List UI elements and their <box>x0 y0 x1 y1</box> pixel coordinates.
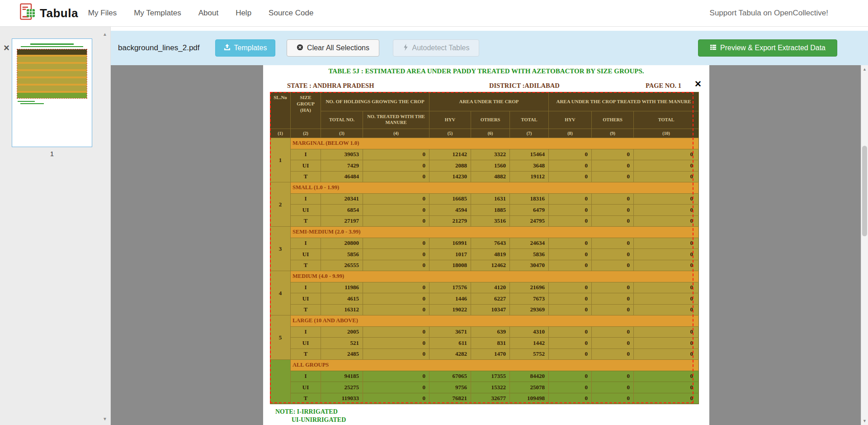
document-filename: background_lines_2.pdf <box>118 43 200 53</box>
nav-help[interactable]: Help <box>236 9 251 18</box>
clear-all-selections-button[interactable]: Clear All Selections <box>287 39 379 57</box>
thumbnail-stripe <box>17 93 87 98</box>
scroll-down-icon[interactable]: ▼ <box>861 419 868 423</box>
selection-box[interactable] <box>270 92 693 403</box>
nav-links: My Files My Templates About Help Source … <box>88 9 313 18</box>
state-label: STATE : ANDHRA PRADESH <box>287 82 374 90</box>
district-label: DISTRICT :ADILABAD <box>489 82 560 90</box>
thumbnail-table <box>17 49 87 99</box>
thumbnail-stripe <box>21 46 83 47</box>
thumbnail-stripe <box>17 86 87 91</box>
note-line-1: NOTE: I-IRRIGATED <box>275 408 338 415</box>
autodetect-button-label: Autodetect Tables <box>412 44 470 52</box>
preview-export-button[interactable]: Preview & Export Extracted Data <box>698 39 837 57</box>
document-meta-row: STATE : ANDHRA PRADESH DISTRICT :ADILABA… <box>263 82 709 91</box>
selection-close-icon[interactable]: ✕ <box>694 80 702 88</box>
pdf-view-area: TABLE 5J : ESTIMATED AREA UNDER PADDY TR… <box>111 65 868 425</box>
remove-page-icon[interactable]: × <box>4 43 9 53</box>
brand-name: Tabula <box>40 6 78 20</box>
thumbnail-stripe <box>17 78 87 84</box>
scrollbar-thumb[interactable] <box>862 146 867 236</box>
document-title: TABLE 5J : ESTIMATED AREA UNDER PADDY TR… <box>263 67 709 75</box>
note-line-2: UI-UNIRRIGATED <box>292 416 346 424</box>
top-navbar: Tabula My Files My Templates About Help … <box>0 0 868 27</box>
upload-icon <box>224 44 231 53</box>
thumbnail-stripe <box>17 64 87 69</box>
toolbar: background_lines_2.pdf Templates Clear A… <box>111 31 868 65</box>
thumbnail-stripe <box>17 49 87 55</box>
brand[interactable]: Tabula <box>20 3 78 23</box>
thumbnail-stripe <box>17 71 87 76</box>
page-thumbnail[interactable] <box>12 38 92 147</box>
scroll-up-icon[interactable]: ▲ <box>861 67 868 72</box>
thumbnail-page-number: 1 <box>12 150 92 158</box>
pdf-page: TABLE 5J : ESTIMATED AREA UNDER PADDY TR… <box>263 65 709 425</box>
thumbnail-stripe <box>18 101 35 102</box>
remove-circle-icon <box>297 44 303 53</box>
autodetect-tables-button[interactable]: Autodetect Tables <box>393 39 479 57</box>
page-thumbnails-sidebar: × 1 ▲ ▼ <box>0 27 111 425</box>
templates-button-label: Templates <box>234 44 267 52</box>
nav-my-files[interactable]: My Files <box>88 9 117 18</box>
thumbnail-stripe <box>30 43 74 45</box>
support-link[interactable]: Support Tabula on OpenCollective! <box>710 9 828 18</box>
thumbnail-stripe <box>20 103 44 104</box>
thumbnail-stripe <box>17 57 87 62</box>
table-list-icon <box>710 44 717 53</box>
page-no-label: PAGE NO. 1 <box>646 82 681 90</box>
tabula-logo-icon <box>20 3 35 23</box>
nav-source-code[interactable]: Source Code <box>269 9 313 18</box>
templates-button[interactable]: Templates <box>215 39 275 57</box>
sidebar-scroll-down-icon[interactable]: ▼ <box>102 417 108 421</box>
nav-my-templates[interactable]: My Templates <box>134 9 181 18</box>
thumbnail-preview <box>12 43 92 104</box>
sidebar-scroll-up-icon[interactable]: ▲ <box>102 32 108 37</box>
main-scrollbar[interactable]: ▲ ▼ <box>861 65 868 425</box>
flash-icon <box>403 44 409 53</box>
nav-about[interactable]: About <box>198 9 218 18</box>
export-button-label: Preview & Export Extracted Data <box>720 44 826 52</box>
clear-button-label: Clear All Selections <box>307 44 369 52</box>
